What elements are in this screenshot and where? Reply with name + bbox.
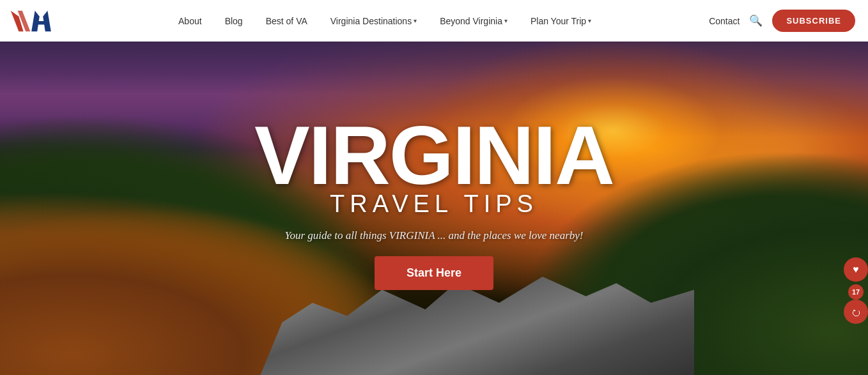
main-nav: About Blog Best of VA Virginia Destinati… [61, 16, 709, 26]
hero-subtitle: TRAVEL TIPS [330, 190, 538, 218]
beyond-virginia-chevron-icon: ▾ [504, 17, 508, 24]
hero-section: About Blog Best of VA Virginia Destinati… [0, 0, 868, 375]
search-button[interactable]: 🔍 [749, 14, 763, 27]
share-wrap: 17 ⭮ [844, 284, 868, 324]
share-count-badge: 17 [848, 284, 864, 300]
floating-actions: ♥ 17 ⭮ [844, 257, 868, 324]
hero-content: VIRGINIA TRAVEL TIPS Your guide to all t… [0, 42, 868, 375]
share-button[interactable]: ⭮ [844, 300, 868, 324]
header-right: Contact 🔍 SUBSCRIBE [709, 10, 855, 32]
nav-virginia-destinations[interactable]: Virginia Destinations ▾ [319, 16, 428, 26]
nav-blog[interactable]: Blog [213, 16, 254, 26]
nav-contact[interactable]: Contact [709, 16, 740, 26]
search-icon: 🔍 [749, 14, 763, 27]
start-here-button[interactable]: Start Here [375, 256, 493, 290]
like-button[interactable]: ♥ [844, 257, 868, 282]
heart-icon: ♥ [853, 264, 859, 275]
subscribe-button[interactable]: SUBSCRIBE [772, 10, 855, 32]
nav-best-of-va[interactable]: Best of VA [254, 16, 319, 26]
nav-beyond-virginia[interactable]: Beyond Virginia ▾ [428, 16, 519, 26]
nav-plan-your-trip[interactable]: Plan Your Trip ▾ [519, 16, 603, 26]
hero-title: VIRGINIA [254, 114, 614, 197]
plan-your-trip-chevron-icon: ▾ [588, 17, 591, 24]
virginia-destinations-chevron-icon: ▾ [414, 17, 417, 24]
site-header: About Blog Best of VA Virginia Destinati… [0, 0, 868, 42]
share-icon: ⭮ [851, 307, 861, 318]
nav-about[interactable]: About [167, 16, 213, 26]
site-logo[interactable] [10, 7, 61, 35]
hero-tagline: Your guide to all things VIRGINIA ... an… [285, 229, 584, 242]
